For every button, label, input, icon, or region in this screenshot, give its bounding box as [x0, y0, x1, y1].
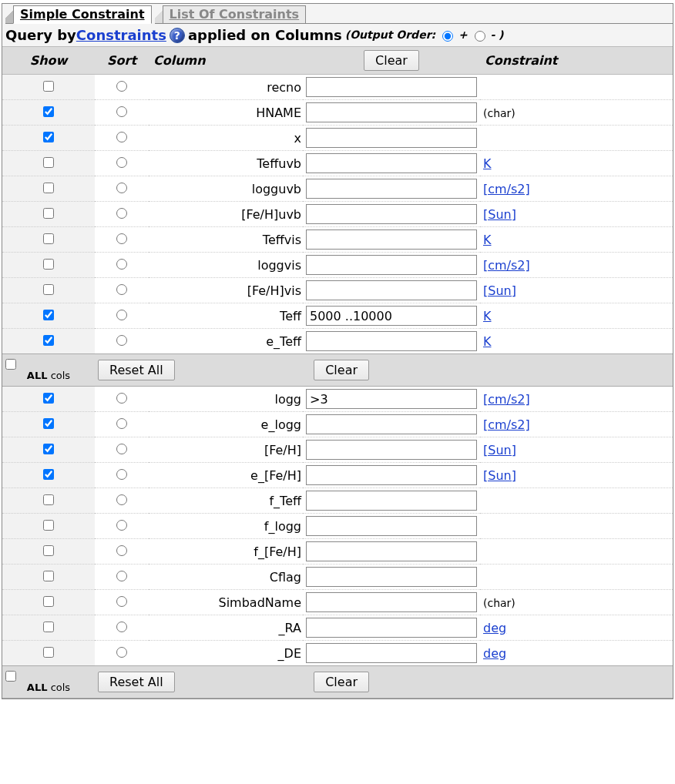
- constraint-input[interactable]: [306, 255, 477, 275]
- show-checkbox[interactable]: [43, 132, 54, 142]
- sort-radio[interactable]: [116, 545, 127, 556]
- constraint-input[interactable]: [306, 414, 477, 434]
- sort-radio[interactable]: [116, 310, 127, 320]
- sort-radio[interactable]: [116, 233, 127, 244]
- tab-simple-constraint[interactable]: Simple Constraint: [13, 5, 152, 24]
- sort-radio[interactable]: [116, 444, 127, 454]
- show-checkbox[interactable]: [43, 393, 54, 404]
- unit-link[interactable]: deg: [483, 621, 506, 635]
- all-cols-checkbox-1[interactable]: [5, 359, 16, 370]
- order-plus-radio[interactable]: [442, 31, 453, 42]
- constraint-input[interactable]: [306, 541, 477, 561]
- constraint-input[interactable]: [306, 440, 477, 460]
- unit-link[interactable]: [cm/s2]: [483, 417, 530, 432]
- sort-radio[interactable]: [116, 335, 127, 346]
- unit-link[interactable]: [cm/s2]: [483, 182, 530, 196]
- sort-radio[interactable]: [116, 132, 127, 142]
- sort-radio[interactable]: [116, 622, 127, 632]
- sort-radio[interactable]: [116, 81, 127, 92]
- constraint-input[interactable]: [306, 618, 477, 638]
- constraint-input[interactable]: [306, 77, 477, 97]
- sort-radio[interactable]: [116, 259, 127, 270]
- unit-link[interactable]: K: [483, 309, 492, 323]
- show-checkbox[interactable]: [43, 310, 54, 320]
- sort-radio[interactable]: [116, 393, 127, 404]
- constraint-input[interactable]: [306, 306, 477, 326]
- clear-button-1[interactable]: Clear: [314, 360, 369, 380]
- constraint-input[interactable]: [306, 567, 477, 587]
- query-prefix: Query by: [5, 27, 76, 43]
- unit-link[interactable]: K: [483, 233, 492, 247]
- constraint-input[interactable]: [306, 179, 477, 199]
- constraint-input[interactable]: [306, 153, 477, 173]
- unit-link[interactable]: [cm/s2]: [483, 258, 530, 273]
- sort-radio[interactable]: [116, 469, 127, 480]
- reset-all-button-2[interactable]: Reset All: [98, 672, 175, 692]
- constraint-input[interactable]: [306, 331, 477, 351]
- show-checkbox[interactable]: [43, 106, 54, 117]
- show-checkbox[interactable]: [43, 233, 54, 244]
- sort-radio[interactable]: [116, 418, 127, 429]
- unit-link[interactable]: K: [483, 334, 492, 349]
- unit-link[interactable]: [cm/s2]: [483, 392, 530, 407]
- show-checkbox[interactable]: [43, 596, 54, 607]
- show-checkbox[interactable]: [43, 208, 54, 219]
- constraint-input[interactable]: [306, 128, 477, 148]
- unit-link[interactable]: K: [483, 156, 492, 171]
- constraint-input[interactable]: [306, 102, 477, 122]
- table-row: [Fe/H]vis[Sun]: [2, 278, 673, 303]
- columns-table: Show Sort Column Clear Constraint recnoH…: [2, 47, 673, 699]
- show-checkbox[interactable]: [43, 259, 54, 270]
- show-checkbox[interactable]: [43, 469, 54, 480]
- order-plus-label: +: [458, 28, 472, 41]
- show-checkbox[interactable]: [43, 284, 54, 295]
- column-name: x: [149, 126, 303, 151]
- show-checkbox[interactable]: [43, 81, 54, 92]
- sort-radio[interactable]: [116, 157, 127, 168]
- header-clear-button[interactable]: Clear: [364, 50, 419, 71]
- sort-radio[interactable]: [116, 106, 127, 117]
- help-icon[interactable]: ?: [170, 28, 185, 43]
- show-checkbox[interactable]: [43, 622, 54, 632]
- show-checkbox[interactable]: [43, 571, 54, 581]
- show-checkbox[interactable]: [43, 157, 54, 168]
- unit-link[interactable]: [Sun]: [483, 468, 516, 483]
- reset-all-button-1[interactable]: Reset All: [98, 360, 175, 380]
- constraint-input[interactable]: [306, 230, 477, 250]
- sort-radio[interactable]: [116, 647, 127, 658]
- constraint-input[interactable]: [306, 643, 477, 663]
- show-checkbox[interactable]: [43, 545, 54, 556]
- show-checkbox[interactable]: [43, 335, 54, 346]
- sort-radio[interactable]: [116, 494, 127, 505]
- constraint-input[interactable]: [306, 389, 477, 409]
- constraint-input[interactable]: [306, 516, 477, 536]
- constraint-input[interactable]: [306, 280, 477, 300]
- column-name: f_Teff: [149, 488, 303, 514]
- unit-link[interactable]: [Sun]: [483, 283, 516, 298]
- unit-link[interactable]: deg: [483, 646, 506, 661]
- show-checkbox[interactable]: [43, 444, 54, 454]
- sort-radio[interactable]: [116, 596, 127, 607]
- show-checkbox[interactable]: [43, 647, 54, 658]
- constraint-input[interactable]: [306, 592, 477, 612]
- show-checkbox[interactable]: [43, 418, 54, 429]
- show-checkbox[interactable]: [43, 520, 54, 531]
- all-cols-checkbox-2[interactable]: [5, 671, 16, 682]
- output-order-label: (Output Order:: [345, 28, 439, 41]
- constraint-input[interactable]: [306, 204, 477, 224]
- sort-radio[interactable]: [116, 208, 127, 219]
- unit-link[interactable]: [Sun]: [483, 207, 516, 222]
- tab-list-of-constraints[interactable]: List Of Constraints: [163, 5, 307, 24]
- sort-radio[interactable]: [116, 571, 127, 581]
- sort-radio[interactable]: [116, 284, 127, 295]
- sort-radio[interactable]: [116, 520, 127, 531]
- sort-radio[interactable]: [116, 183, 127, 193]
- constraint-input[interactable]: [306, 491, 477, 511]
- show-checkbox[interactable]: [43, 494, 54, 505]
- constraints-link[interactable]: Constraints: [76, 27, 166, 43]
- unit-link[interactable]: [Sun]: [483, 443, 516, 457]
- order-minus-radio[interactable]: [475, 31, 485, 42]
- constraint-input[interactable]: [306, 465, 477, 485]
- clear-button-2[interactable]: Clear: [314, 672, 369, 692]
- show-checkbox[interactable]: [43, 183, 54, 193]
